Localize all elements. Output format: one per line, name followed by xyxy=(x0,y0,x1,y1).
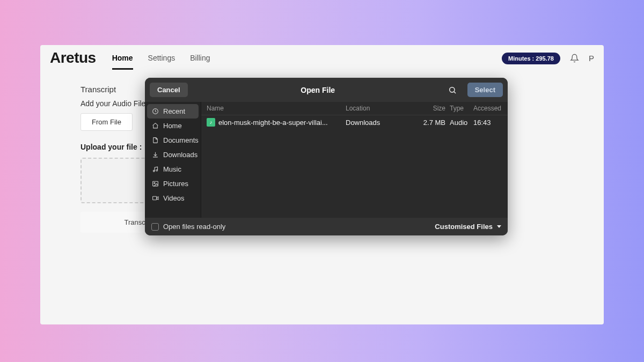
file-list: Name Location Size Type Accessed ♪ elon-… xyxy=(201,102,508,218)
filter-label: Customised Files xyxy=(435,223,493,231)
dialog-header-right: Select xyxy=(448,83,503,97)
dialog-body: Recent Home Documents Downloads xyxy=(145,102,508,218)
file-filter-dropdown[interactable]: Customised Files xyxy=(435,223,501,231)
open-file-dialog: Cancel Open File Select Recent Home xyxy=(145,78,508,235)
avatar[interactable]: P xyxy=(589,54,594,63)
dialog-title: Open File xyxy=(301,86,335,94)
svg-marker-8 xyxy=(156,197,158,200)
file-location: Downloads xyxy=(346,119,421,127)
music-icon xyxy=(151,166,159,173)
home-icon xyxy=(151,122,159,129)
svg-point-6 xyxy=(153,182,155,183)
header-right: Minutes : 295.78 P xyxy=(502,53,594,68)
file-name-cell: ♪ elon-musk-might-be-a-super-villai... xyxy=(207,118,346,127)
sidebar-item-music[interactable]: Music xyxy=(147,162,199,176)
readonly-checkbox[interactable]: Open files read-only xyxy=(151,223,225,231)
dialog-sidebar: Recent Home Documents Downloads xyxy=(145,102,201,218)
document-icon xyxy=(151,137,159,144)
file-accessed: 16:43 xyxy=(473,119,502,127)
search-icon[interactable] xyxy=(448,86,462,94)
svg-line-1 xyxy=(453,91,455,93)
sidebar-item-label: Recent xyxy=(163,107,185,115)
col-accessed[interactable]: Accessed xyxy=(473,105,502,112)
sidebar-item-videos[interactable]: Videos xyxy=(147,191,199,205)
video-icon xyxy=(151,195,159,202)
col-name[interactable]: Name xyxy=(207,105,346,112)
nav-billing[interactable]: Billing xyxy=(190,50,210,70)
sidebar-item-home[interactable]: Home xyxy=(147,119,199,133)
col-size[interactable]: Size xyxy=(421,105,450,112)
cancel-button[interactable]: Cancel xyxy=(150,83,188,97)
sidebar-item-label: Home xyxy=(163,122,182,130)
logo: Aretus xyxy=(50,49,96,71)
audio-file-icon: ♪ xyxy=(207,118,215,127)
clock-icon xyxy=(151,108,159,115)
file-type: Audio xyxy=(450,119,473,127)
select-button[interactable]: Select xyxy=(467,83,503,97)
checkbox-icon xyxy=(151,223,159,231)
file-list-header: Name Location Size Type Accessed xyxy=(201,102,508,115)
col-type[interactable]: Type xyxy=(450,105,473,112)
sidebar-item-label: Documents xyxy=(163,136,199,144)
sidebar-item-recent[interactable]: Recent xyxy=(147,104,199,119)
sidebar-item-documents[interactable]: Documents xyxy=(147,133,199,147)
sidebar-item-label: Music xyxy=(163,165,181,173)
svg-rect-5 xyxy=(152,181,158,186)
svg-point-0 xyxy=(449,87,454,92)
dialog-footer: Open files read-only Customised Files xyxy=(145,218,508,235)
picture-icon xyxy=(151,180,159,187)
svg-rect-7 xyxy=(152,196,156,200)
nav-home[interactable]: Home xyxy=(112,50,133,70)
minutes-badge: Minutes : 295.78 xyxy=(502,53,560,64)
download-icon xyxy=(151,151,159,158)
file-name: elon-musk-might-be-a-super-villai... xyxy=(218,119,328,127)
sidebar-item-pictures[interactable]: Pictures xyxy=(147,176,199,191)
sidebar-item-label: Pictures xyxy=(163,180,188,188)
file-row[interactable]: ♪ elon-musk-might-be-a-super-villai... D… xyxy=(201,115,508,129)
main-nav: Home Settings Billing xyxy=(112,50,210,70)
dialog-header: Cancel Open File Select xyxy=(145,78,508,102)
chevron-down-icon xyxy=(497,225,501,228)
file-size: 2.7 MB xyxy=(421,119,450,127)
readonly-label: Open files read-only xyxy=(163,223,225,231)
sidebar-item-label: Videos xyxy=(163,194,185,202)
nav-settings[interactable]: Settings xyxy=(148,50,175,70)
col-location[interactable]: Location xyxy=(346,105,421,112)
app-header: Aretus Home Settings Billing Minutes : 2… xyxy=(40,45,604,70)
sidebar-item-label: Downloads xyxy=(163,151,197,159)
header-left: Aretus Home Settings Billing xyxy=(50,50,210,70)
sidebar-item-downloads[interactable]: Downloads xyxy=(147,147,199,162)
bell-icon[interactable] xyxy=(570,54,579,63)
from-file-button[interactable]: From File xyxy=(80,113,133,131)
